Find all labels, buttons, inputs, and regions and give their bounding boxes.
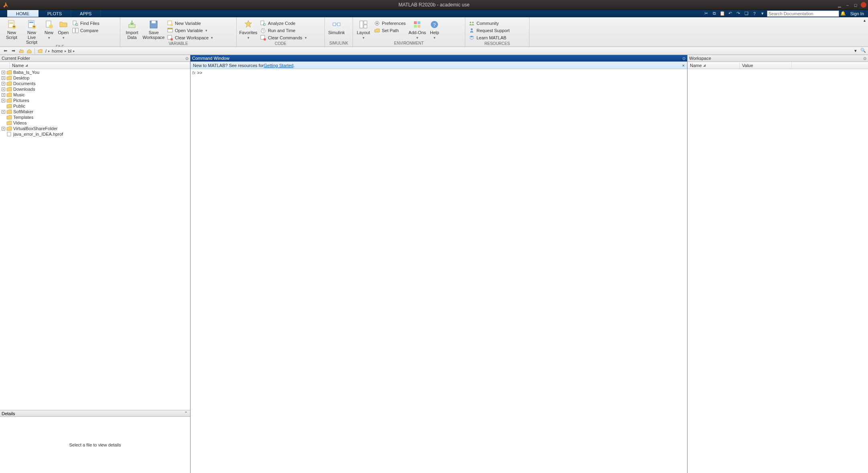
simulink-button[interactable]: Simulink [327, 19, 347, 35]
breadcrumb-root[interactable]: / [45, 49, 47, 53]
tree-item[interactable]: java_error_in_IDEA.hprof [0, 131, 190, 137]
svg-text:?: ? [433, 22, 436, 27]
workspace-panel: Workspace ⊙ Name◢ Value [688, 55, 868, 473]
fx-icon[interactable]: fx [192, 70, 196, 75]
details-body: Select a file to view details [0, 417, 190, 473]
breadcrumb-home[interactable]: home [51, 49, 64, 53]
expand-icon[interactable]: + [2, 93, 5, 97]
window-minimize-icon[interactable]: – [845, 2, 850, 8]
banner-close-icon[interactable]: × [682, 63, 685, 68]
qat-redo-icon[interactable]: ↷ [735, 10, 742, 17]
help-button[interactable]: ? Help [427, 19, 442, 40]
qat-switch-windows-icon[interactable]: ❏ [743, 10, 750, 17]
new-variable-icon [167, 20, 173, 27]
tab-plots[interactable]: PLOTS [39, 10, 71, 17]
expand-icon[interactable]: + [2, 88, 5, 91]
tree-item[interactable]: Videos [0, 120, 190, 126]
community-button[interactable]: Community [467, 20, 511, 27]
tree-item[interactable]: +Music [0, 92, 190, 98]
window-maximize-icon[interactable]: ◻ [853, 2, 858, 8]
clear-workspace-button[interactable]: Clear Workspace▾ [165, 34, 215, 41]
find-files-button[interactable]: Find Files [71, 20, 101, 27]
tree-item[interactable]: +Downloads [0, 86, 190, 92]
tree-item[interactable]: +VirtualBoxShareFolder [0, 126, 190, 131]
breadcrumb-bl[interactable]: bl [67, 49, 73, 53]
svg-point-44 [470, 22, 471, 23]
save-workspace-button[interactable]: Save Workspace [142, 19, 165, 40]
expand-icon[interactable]: + [2, 82, 5, 86]
signin-link[interactable]: Sign In [847, 11, 867, 16]
new-button[interactable]: New [42, 19, 56, 40]
window-close-icon[interactable] [861, 2, 866, 8]
folder-tree[interactable]: +Baba_Is_You+Desktop+Documents+Downloads… [0, 69, 190, 410]
search-doc-input[interactable] [767, 10, 839, 17]
qat-addon-icon[interactable]: ▾ [759, 10, 766, 17]
tree-item[interactable]: +Pictures [0, 98, 190, 103]
new-variable-button[interactable]: New Variable [165, 20, 215, 27]
workspace-name-column[interactable]: Name◢ [688, 62, 740, 69]
nav-home-icon[interactable] [26, 48, 33, 54]
qat-copy-icon[interactable]: ⧉ [711, 10, 718, 17]
tab-home[interactable]: HOME [7, 10, 39, 17]
open-variable-button[interactable]: Open Variable▾ [165, 27, 215, 34]
window-minimize-alt-icon[interactable]: ▁ [837, 2, 842, 8]
getting-started-link[interactable]: Getting Started [264, 63, 293, 68]
folder-icon [6, 81, 12, 86]
request-support-button[interactable]: Request Support [467, 27, 511, 34]
qat-cut-icon[interactable]: ✂ [703, 10, 710, 17]
collapse-ribbon-icon[interactable]: ▴ [862, 18, 867, 24]
qat-paste-icon[interactable]: 📋 [719, 10, 726, 17]
folder-name-column[interactable]: Name◢ [10, 62, 190, 69]
panel-menu-icon[interactable]: ⊙ [185, 56, 189, 61]
set-path-button[interactable]: Set Path [372, 27, 407, 34]
browse-folder-icon[interactable] [37, 48, 44, 54]
addons-button[interactable]: Add-Ons [407, 19, 427, 40]
new-script-button[interactable]: + New Script [2, 19, 22, 40]
banner-text: New to MATLAB? See resources for [193, 63, 264, 68]
request-support-icon [468, 27, 475, 34]
tree-item[interactable]: +Documents [0, 81, 190, 86]
import-data-button[interactable]: Import Data [122, 19, 142, 40]
expand-icon[interactable]: + [2, 127, 5, 130]
nav-forward-icon[interactable]: ➡ [10, 48, 17, 54]
path-dropdown-icon[interactable]: ▾ [853, 48, 858, 53]
favorites-button[interactable]: Favorites [238, 19, 258, 40]
open-button[interactable]: Open [56, 19, 71, 40]
details-collapse-icon[interactable]: ⌃ [184, 411, 188, 416]
run-and-time-button[interactable]: Run and Time [258, 27, 308, 34]
tree-item[interactable]: +Baba_Is_You [0, 69, 190, 75]
command-window-input[interactable]: fx>> [191, 69, 687, 473]
tree-item[interactable]: +Desktop [0, 75, 190, 81]
nav-back-icon[interactable]: ⬅ [2, 48, 9, 54]
analyze-code-button[interactable]: Analyze Code [258, 20, 308, 27]
expand-icon[interactable]: + [2, 76, 5, 80]
expand-icon[interactable]: + [2, 71, 5, 74]
svg-rect-15 [76, 28, 78, 33]
tree-item[interactable]: +SoftMaker [0, 109, 190, 114]
svg-rect-39 [418, 21, 420, 24]
svg-rect-33 [360, 21, 363, 28]
nav-up-icon[interactable] [18, 48, 25, 54]
clear-commands-button[interactable]: Clear Commands▾ [258, 34, 308, 41]
notification-bell-icon[interactable]: 🔔 [840, 11, 846, 16]
qat-undo-icon[interactable]: ↶ [727, 10, 734, 17]
tree-item[interactable]: Templates [0, 114, 190, 120]
layout-button[interactable]: Layout [355, 19, 372, 40]
command-window-panel: Command Window ⊙ New to MATLAB? See reso… [191, 55, 688, 473]
panel-menu-icon[interactable]: ⊙ [682, 56, 685, 61]
panel-menu-icon[interactable]: ⊙ [863, 56, 866, 61]
new-live-script-button[interactable]: + New Live Script [22, 19, 42, 45]
learn-matlab-button[interactable]: Learn MATLAB [467, 34, 511, 41]
qat-help-icon[interactable]: ? [751, 10, 758, 17]
preferences-button[interactable]: Preferences [372, 20, 407, 27]
tab-apps[interactable]: APPS [71, 10, 101, 17]
expand-icon[interactable]: + [2, 99, 5, 102]
tree-item[interactable]: Public [0, 103, 190, 109]
workspace-value-column[interactable]: Value [740, 62, 792, 69]
workspace-list[interactable] [688, 69, 868, 473]
open-variable-icon [167, 27, 173, 34]
compare-button[interactable]: Compare [71, 27, 101, 34]
path-search-icon[interactable]: 🔍 [860, 48, 866, 54]
expand-icon[interactable]: + [2, 110, 5, 114]
current-folder-toolbar: ⬅ ➡ / ▸ home ▸ bl ▸ ▾ 🔍 [0, 47, 868, 55]
